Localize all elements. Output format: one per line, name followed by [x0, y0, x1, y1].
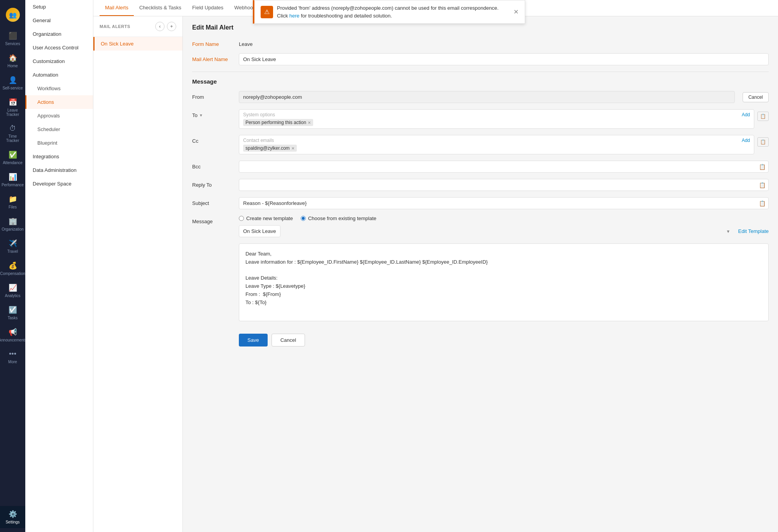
nav-item-user-access-control[interactable]: User Access Control [25, 41, 93, 54]
attendance-icon: ✅ [9, 150, 17, 159]
sidebar-item-announcements[interactable]: 📢 Announcements [0, 324, 25, 346]
sidebar-item-performance[interactable]: 📊 Performance [0, 169, 25, 191]
cc-add-link[interactable]: Add [742, 138, 750, 143]
message-radio-existing-input[interactable] [301, 216, 306, 221]
subject-row: Subject 📋 [192, 197, 769, 209]
cc-row: Cc Contact emails Add spalding@zylker.co… [192, 135, 769, 154]
nav-item-organization[interactable]: Organization [25, 27, 93, 41]
sidebar-item-analytics[interactable]: 📈 Analytics [0, 280, 25, 302]
form-name-row: Form Name Leave [192, 38, 769, 47]
from-label: From [192, 91, 239, 100]
add-button[interactable]: + [167, 22, 176, 31]
services-icon: ⬛ [9, 32, 17, 40]
nav-item-workflows[interactable]: Workflows [25, 82, 93, 95]
from-row: From Cancel [192, 91, 769, 103]
sidebar-item-tasks[interactable]: ☑️ Tasks [0, 302, 25, 324]
bcc-row: Bcc 📋 [192, 161, 769, 173]
template-select[interactable]: On Sick Leave [239, 225, 280, 237]
mail-alert-name-input[interactable] [239, 53, 769, 65]
mail-alert-item-on-sick-leave[interactable]: On Sick Leave [93, 37, 182, 51]
sidebar-item-leave-tracker[interactable]: 📅 Leave Tracker [0, 94, 25, 121]
subject-input[interactable] [239, 197, 769, 209]
sidebar-item-label: Files [9, 205, 17, 209]
sidebar-item-compensation[interactable]: 💰 Compensation [0, 257, 25, 280]
sidebar-item-settings[interactable]: ⚙️ Settings [0, 506, 25, 528]
logo-icon: 👥 [6, 8, 20, 22]
leave-tracker-icon: 📅 [9, 98, 17, 107]
tasks-icon: ☑️ [9, 306, 17, 314]
sidebar-item-more[interactable]: ••• More [0, 346, 25, 368]
bcc-address-book-button[interactable]: 📋 [759, 164, 766, 170]
alert-message-suffix: for troubleshooting and detailed solutio… [301, 13, 392, 19]
message-radio-existing[interactable]: Choose from existing template [301, 215, 377, 221]
nav-item-developer-space[interactable]: Developer Space [25, 177, 93, 191]
reply-to-input[interactable] [239, 179, 769, 191]
to-add-link[interactable]: Add [742, 112, 750, 117]
cancel-button[interactable]: Cancel [272, 334, 305, 346]
cc-input-wrap[interactable]: Contact emails Add spalding@zylker.com ✕ [239, 135, 754, 154]
to-label: To ▼ [192, 109, 239, 118]
nav-item-setup[interactable]: Setup [25, 0, 93, 14]
files-icon: 📁 [9, 195, 17, 203]
prev-button[interactable]: ‹ [155, 22, 165, 31]
sidebar-item-travel[interactable]: ✈️ Travel [0, 235, 25, 257]
from-cancel-button[interactable]: Cancel [743, 92, 769, 102]
sidebar-item-attendance[interactable]: ✅ Attendance [0, 147, 25, 169]
message-radio-create[interactable]: Create new template [239, 215, 293, 221]
alert-close-button[interactable]: ✕ [513, 8, 519, 16]
email-body[interactable]: Dear Team, Leave information for : ${Emp… [239, 243, 769, 321]
to-dropdown-arrow[interactable]: ▼ [199, 113, 203, 117]
cc-tag-remove[interactable]: ✕ [291, 146, 294, 150]
tab-checklists-tasks[interactable]: Checklists & Tasks [134, 0, 187, 16]
to-tag: Person performing this action ✕ [243, 119, 313, 126]
cc-address-book-button[interactable]: 📋 [757, 137, 769, 147]
sidebar-item-organization[interactable]: 🏢 Organization [0, 213, 25, 235]
save-button[interactable]: Save [239, 334, 268, 346]
sidebar-item-home[interactable]: 🏠 Home [0, 50, 25, 72]
alert-icon: ⚠ [261, 6, 273, 18]
sidebar-item-label: Leave Tracker [2, 108, 23, 117]
tab-field-updates[interactable]: Field Updates [187, 0, 229, 16]
bcc-label: Bcc [192, 161, 239, 170]
to-placeholder: System options [243, 112, 275, 117]
sidebar-item-services[interactable]: ⬛ Services [0, 28, 25, 50]
performance-icon: 📊 [9, 173, 17, 181]
sidebar-item-files[interactable]: 📁 Files [0, 191, 25, 213]
tab-mail-alerts[interactable]: Mail Alerts [100, 0, 134, 16]
to-input-wrap[interactable]: System options Add Person performing thi… [239, 109, 754, 129]
sidebar-item-label: Analytics [5, 294, 20, 298]
email-body-row: Dear Team, Leave information for : ${Emp… [239, 243, 769, 321]
alert-link[interactable]: here [289, 13, 300, 19]
cc-placeholder: Contact emails [243, 138, 274, 143]
template-select-arrow: ▼ [726, 229, 731, 234]
nav-item-approvals[interactable]: Approvals [25, 109, 93, 122]
travel-icon: ✈️ [9, 239, 17, 248]
nav-item-integrations[interactable]: Integrations [25, 150, 93, 163]
mail-alert-name-row: Mail Alert Name [192, 53, 769, 65]
sidebar-item-self-service[interactable]: 👤 Self-service [0, 72, 25, 94]
nav-item-blueprint[interactable]: Blueprint [25, 136, 93, 150]
nav-item-automation[interactable]: Automation [25, 68, 93, 82]
nav-item-customization[interactable]: Customization [25, 54, 93, 68]
nav-item-data-administration[interactable]: Data Administration [25, 163, 93, 177]
to-row: To ▼ System options Add Pe [192, 109, 769, 129]
nav-item-scheduler[interactable]: Scheduler [25, 122, 93, 136]
sidebar-item-time-tracker[interactable]: ⏱ Time Tracker [0, 121, 25, 147]
mail-alerts-header-label: MAIL ALERTS [100, 24, 130, 29]
mail-alert-name-label: Mail Alert Name [192, 53, 239, 62]
to-tag-remove[interactable]: ✕ [308, 121, 311, 125]
message-radio-create-input[interactable] [239, 216, 244, 221]
main-area: Mail Alerts Checklists & Tasks Field Upd… [93, 0, 778, 532]
form-name-value: Leave [239, 38, 769, 47]
sidebar-item-label: More [8, 360, 17, 364]
nav-item-general[interactable]: General [25, 14, 93, 27]
to-address-book-button[interactable]: 📋 [757, 112, 769, 121]
bcc-input[interactable] [239, 161, 769, 173]
nav-item-actions[interactable]: Actions [25, 95, 93, 109]
self-service-icon: 👤 [9, 76, 17, 84]
subject-variable-button[interactable]: 📋 [759, 200, 766, 206]
from-input[interactable] [239, 91, 735, 103]
reply-to-address-book-button[interactable]: 📋 [759, 182, 766, 188]
edit-template-link[interactable]: Edit Template [738, 228, 769, 234]
alert-banner: ⚠ Provided 'from' address (noreply@zohop… [253, 0, 525, 24]
